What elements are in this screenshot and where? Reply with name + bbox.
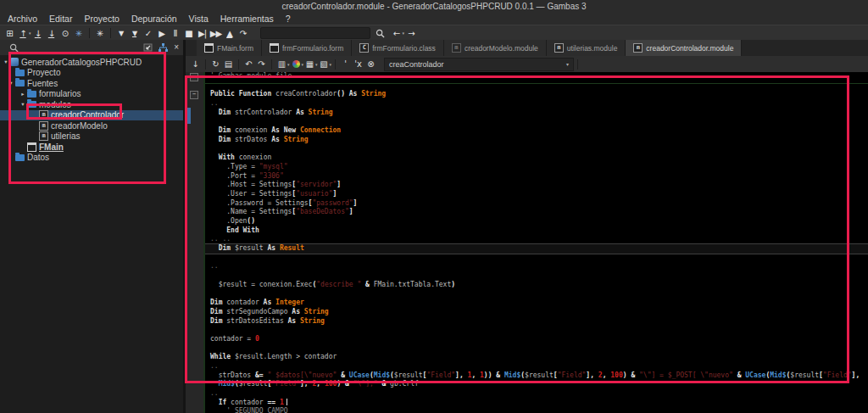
code-line: Dim $result As Result [205,244,868,254]
collapse-arrow-icon[interactable]: ▾ [2,59,10,65]
paste-icon[interactable]: ▥ [275,58,288,70]
save-file-icon[interactable]: ↓ [189,58,202,70]
nav-forward-icon[interactable]: → [404,26,418,40]
project-properties-icon[interactable]: ✳ [93,26,107,40]
tab-creadormodelo-module[interactable]: creadorModelo.module [444,40,547,56]
reload-icon-glyph: ↻ [212,59,219,69]
collapse-arrow-icon[interactable]: ▾ [19,101,27,108]
tree-item-utilerias[interactable]: utilerias [0,131,183,142]
run-icon[interactable]: ▶ [155,26,169,40]
code-line: .User = Settings["usuario"] [205,190,868,199]
reload-icon[interactable]: ↻ [209,58,222,70]
step-icon[interactable]: ▶| [196,26,209,40]
procedure-combobox-chevron[interactable]: ▾ [566,61,569,67]
save-all-icon[interactable]: ↓ [45,26,58,40]
forward-icon[interactable]: ▶▶ [209,26,223,40]
menu-item-herramientas[interactable]: Herramientas [214,14,280,24]
redo-icon[interactable]: ↷ [255,58,268,70]
preview-icon[interactable]: ⊙ [58,26,72,40]
window-title: creadorControlador.module - GeneradorCat… [0,0,868,13]
tree-item-formularios[interactable]: ▸formularios [0,89,183,100]
tree-item-generadorcatalogosphpcrud[interactable]: ▾GeneradorCatalogosPHPCRUD [0,57,183,68]
stop-icon[interactable]: ■ [182,26,196,40]
expand-arrow-icon[interactable]: ▸ [19,91,27,98]
print-icon[interactable]: ▤ [222,58,235,70]
compile-all-icon[interactable]: ▼ [128,26,142,40]
code-line: .Type = "mysql" [205,163,868,172]
code-line: With conexion [205,153,868,163]
collapse-arrow-icon[interactable]: ▾ [7,80,15,87]
nav-back-icon[interactable]: ← [390,26,403,40]
code-line [205,326,868,335]
ide-settings-icon-glyph: ✳ [75,29,81,38]
toolbar-search-input[interactable] [260,27,370,39]
finish-icon[interactable]: ▲ [223,26,236,40]
tree-item-datos[interactable]: Datos [0,153,183,164]
tree-item-modulos[interactable]: ▾modulos [0,99,183,110]
module-icon [39,131,48,141]
code-text[interactable]: ' Gambas module filePublic Function crea… [205,72,868,413]
find-icon[interactable] [370,29,390,38]
form-icon [27,142,36,152]
tree-item-creadormodelo[interactable]: creadorModelo [0,120,183,131]
insert-table-icon[interactable]: ▦ [303,58,316,70]
code-line [205,117,868,126]
tab-fmain-form[interactable]: FMain.form [197,40,262,56]
close-panel-icon[interactable]: × [174,43,179,52]
menu-item-help[interactable]: ? [280,14,297,24]
fold-marker-icon[interactable] [190,91,198,99]
code-line: Dim conexion As New Connection [205,126,868,136]
tree-item-label: Datos [27,153,49,162]
code-line: .. [205,262,868,271]
module-icon [452,43,461,53]
fold-marker-icon[interactable] [190,73,198,81]
panel-arrow-icon[interactable] [143,43,153,52]
view-options-icon[interactable]: ▧ [318,58,331,70]
pause-icon[interactable]: Ⅱ [169,26,182,40]
tab-creadorcontrolador-module[interactable]: creadorControlador.module [626,40,742,56]
return-icon[interactable]: ↷ [236,26,250,40]
tree-item-label: Proyecto [27,68,60,77]
check-icon[interactable]: ✓ [142,26,155,40]
comment-icon[interactable]: ' [339,58,352,70]
tab-utilerias-module[interactable]: utilerias.module [547,40,626,56]
open-project-icon[interactable]: ↑ [16,26,30,40]
menu-item-proyecto[interactable]: Proyecto [78,14,125,24]
tab-frmformulario-class[interactable]: frmFormulario.class [352,40,444,56]
new-project-icon[interactable]: ⊞ [3,26,16,40]
folder-icon [15,70,25,76]
tree-item-proyecto[interactable]: Proyecto [0,68,183,79]
save-file-icon-glyph: ↓ [192,59,198,69]
toolbar-separator [335,59,336,70]
code-line: contador = 0 [205,335,868,344]
tree-item-label: FMain [39,142,64,152]
ide-settings-icon[interactable]: ✳ [72,26,86,40]
hierarchy-icon[interactable] [159,43,168,52]
uncomment-icon[interactable]: 'x [352,58,364,70]
tree-item-fuentes[interactable]: ▾Fuentes [0,78,183,89]
view-options-icon-chevron[interactable]: ▾ [330,62,332,67]
menu-item-editar[interactable]: Editar [43,14,78,24]
code-line: .. [205,99,868,109]
tree-item-fmain[interactable]: FMain [0,142,183,153]
clear-breakpoints-icon[interactable]: ⊗ [364,58,377,70]
menu-item-vista[interactable]: Vista [183,14,214,24]
tree-item-creadorcontrolador[interactable]: creadorControlador [0,110,183,121]
code-line [205,254,868,263]
procedure-combobox[interactable]: creaControlador▾ [384,58,574,71]
menu-item-archivo[interactable]: Archivo [2,14,43,24]
search-icon[interactable] [9,43,19,53]
save-project-icon[interactable]: ↓ [31,26,45,40]
compile-icon[interactable]: ▼ [114,26,128,40]
tab-frmformulario-form[interactable]: frmFormulario.form [262,40,352,56]
format-palette-icon[interactable] [290,58,303,70]
form-icon [270,43,279,53]
code-line: Mid$($result["Field"], 2, 100) & "\"];" … [205,380,868,389]
code-line: Dim strDatosEditas As String [205,317,868,326]
undo-icon[interactable]: ↶ [242,58,255,70]
code-line: Dim contador As Integer [205,299,868,308]
tree-item-label: creadorModelo [51,121,108,131]
toolbar-separator [271,59,272,70]
menu-item-depuraci-n[interactable]: Depuración [125,14,183,24]
tab-label: frmFormulario.class [372,44,436,53]
